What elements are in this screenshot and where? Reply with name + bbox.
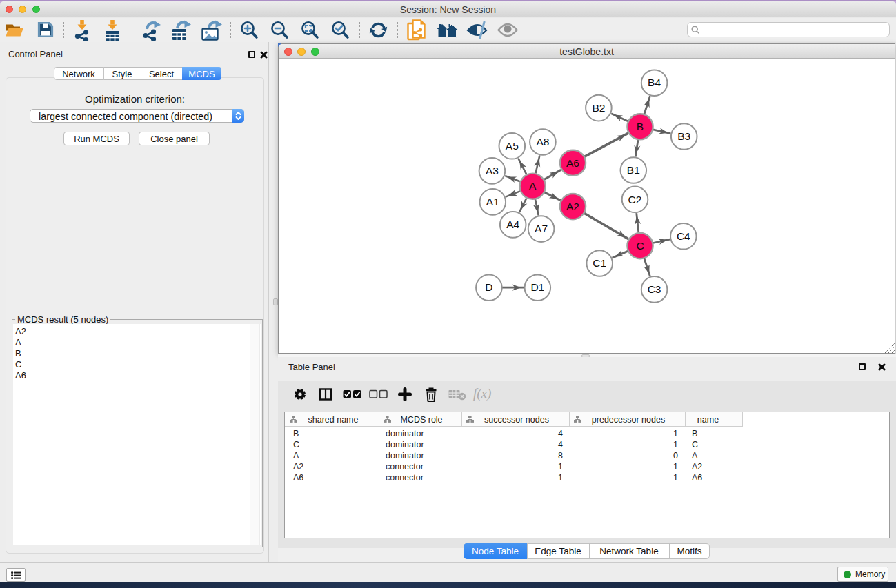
svg-text:C2: C2 <box>628 194 642 205</box>
svg-text:A1: A1 <box>486 196 499 207</box>
svg-text:B2: B2 <box>592 102 605 114</box>
svg-text:B1: B1 <box>627 164 640 176</box>
svg-text:A: A <box>529 180 537 192</box>
svg-text:A5: A5 <box>506 140 519 152</box>
svg-text:C4: C4 <box>677 230 690 242</box>
svg-text:B4: B4 <box>648 77 661 88</box>
svg-text:B: B <box>637 121 644 132</box>
svg-text:A3: A3 <box>486 165 499 176</box>
svg-text:C3: C3 <box>648 283 661 295</box>
svg-text:A2: A2 <box>566 201 579 212</box>
svg-text:D: D <box>485 281 492 293</box>
svg-text:B3: B3 <box>677 130 690 142</box>
svg-text:A7: A7 <box>535 223 548 234</box>
svg-text:C: C <box>636 240 644 252</box>
svg-text:D1: D1 <box>530 281 544 293</box>
svg-text:A6: A6 <box>566 157 579 169</box>
svg-text:A4: A4 <box>506 219 519 230</box>
svg-text:C1: C1 <box>593 257 606 269</box>
svg-text:A8: A8 <box>536 136 549 148</box>
